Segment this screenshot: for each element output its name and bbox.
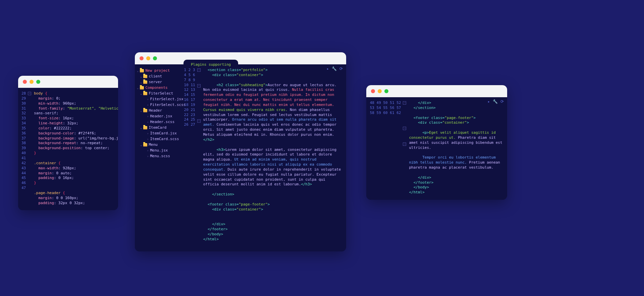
minimize-icon[interactable] [378,89,382,93]
chevron-icon[interactable]: › [147,103,149,107]
code-area[interactable]: <section class="portfolio"> <div class="… [203,64,346,251]
chevron-icon[interactable]: › [147,132,149,135]
titlebar: Plagins supporting [135,52,346,64]
tree-label: Components [145,85,167,90]
tree-label: FiterSelect [149,91,173,96]
line-gutter: 48 49 50 51 52 53 54 55 56 57 58 59 60 6… [366,97,403,200]
maximize-icon[interactable] [384,89,388,93]
refresh-icon[interactable]: ⟳ [500,99,504,104]
tree-label: server [149,80,162,84]
code-area[interactable]: </div> </section> <footer class="page-fo… [408,97,507,200]
tree-item[interactable]: ›Menu.scss [136,153,175,159]
titlebar [18,76,118,88]
folder-icon [140,69,144,72]
tree-label: Header [149,108,162,113]
tree-label: ItemCard.scss [150,137,179,141]
tree-label: Menu [149,142,158,147]
titlebar [366,85,507,97]
tree-label: Header.jsx [150,114,172,118]
fold-gutter [197,64,203,251]
play-icon[interactable]: ▸ [488,99,490,104]
folder-icon [143,143,147,146]
minimize-icon[interactable] [146,56,150,60]
tree-item[interactable]: ›Header.scss [136,119,175,125]
chevron-icon[interactable]: ⌄ [140,75,142,78]
file-tree[interactable]: ⌄New project⌄client⌄server⌄Components⌄Fi… [135,64,177,251]
chevron-icon[interactable]: › [147,115,149,118]
tree-item[interactable]: ⌄ItemCard [136,125,175,130]
editor-toolbar: ▸ 🔧 ⟳ [327,66,343,71]
tree-item[interactable]: ⌄client [136,73,175,79]
close-icon[interactable] [371,89,375,93]
play-icon[interactable]: ▸ [327,66,329,71]
minimize-icon[interactable] [30,80,34,84]
tree-item[interactable]: ›FiterSelect.jsx [136,96,175,102]
tree-item[interactable]: ⌄Header [136,108,175,113]
close-icon[interactable] [140,56,144,60]
chevron-icon[interactable]: ⌄ [140,143,142,146]
maximize-icon[interactable] [153,56,157,60]
folder-icon [143,75,147,78]
folder-icon [143,92,147,95]
fold-gutter [403,97,408,200]
folder-icon [143,80,147,84]
tree-item[interactable]: ›ItemCard.jsx [136,130,175,136]
tree-label: client [149,74,162,78]
tree-label: ItemCard [149,125,166,130]
folder-icon [143,126,147,129]
wrench-icon[interactable]: 🔧 [493,99,498,104]
fold-gutter [28,88,33,210]
tree-item[interactable]: ›Menu.jsx [136,147,175,153]
chevron-icon[interactable]: ⌄ [140,80,142,84]
editor-window-css: ▸ 🔧 ⟳ 28 29 30 31 32 33 34 35 36 37 38 3… [18,76,118,210]
tree-label: New project [145,68,170,73]
line-gutter: 28 29 30 31 32 33 34 35 36 37 38 39 40 4… [18,88,28,210]
tree-label: Menu.jsx [150,148,168,153]
tree-item[interactable]: ›ItemCard.scss [136,136,175,142]
tree-item[interactable]: ⌄FiterSelect [136,91,175,96]
chevron-icon[interactable]: ⌄ [137,69,139,72]
maximize-icon[interactable] [36,80,40,84]
chevron-icon[interactable]: › [147,98,149,101]
tree-item[interactable]: ⌄server [136,79,175,85]
tree-item[interactable]: ›FiterSelect.scss [136,102,175,108]
folder-icon [140,86,144,90]
chevron-icon[interactable]: ⌄ [137,86,139,90]
chevron-icon[interactable]: › [147,149,149,152]
chevron-icon[interactable]: › [147,120,149,124]
tree-label: ItemCard.jsx [150,131,176,135]
tree-item[interactable]: ⌄New project [136,68,175,73]
editor-window-html: ▸ 🔧 ⟳ 48 49 50 51 52 53 54 55 56 57 58 5… [366,85,507,200]
line-gutter: 1 2 3 4 5 6 7 8 9 10 11 12 13 14 15 16 1… [177,64,197,251]
chevron-icon[interactable]: ⌄ [140,109,142,112]
tree-item[interactable]: ⌄Components [136,85,175,91]
code-area[interactable]: body { margin: 0; min-width: 960px; font… [33,88,118,210]
editor-window-main: Plagins supporting ⌄New project⌄client⌄s… [135,52,346,251]
tree-item[interactable]: ›Header.jsx [136,113,175,119]
folder-icon [143,109,147,112]
tree-item[interactable]: ⌄Menu [136,142,175,147]
chevron-icon[interactable]: › [147,137,149,141]
close-icon[interactable] [23,80,27,84]
wrench-icon[interactable]: 🔧 [332,66,337,71]
chevron-icon[interactable]: › [147,155,149,158]
editor-toolbar: ▸ 🔧 ⟳ [488,99,504,104]
tree-label: Menu.scss [150,154,170,158]
tree-label: Header.scss [150,120,174,124]
chevron-icon[interactable]: ⌄ [140,126,142,129]
refresh-icon[interactable]: ⟳ [339,66,343,71]
chevron-icon[interactable]: ⌄ [140,92,142,95]
